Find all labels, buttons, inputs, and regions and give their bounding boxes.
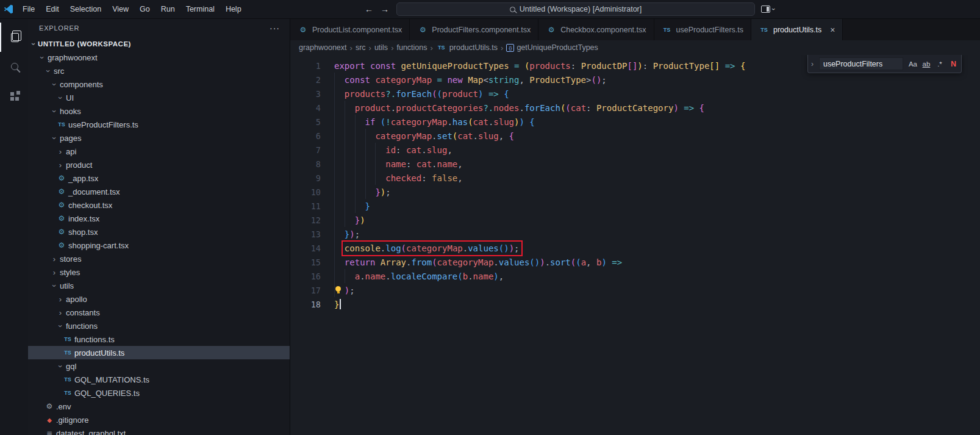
tree-item-ui[interactable]: ›UI <box>28 91 290 104</box>
chevron-right-icon: › <box>391 43 393 52</box>
activity-bar-extensions[interactable] <box>0 81 28 110</box>
tab-checkbox-component-tsx[interactable]: ⚙Checkbox.component.tsx <box>538 19 654 40</box>
regex-button[interactable]: .* <box>934 58 946 70</box>
code-line-2[interactable]: 2const categoryMap = new Map<string, Pro… <box>290 73 980 87</box>
menu-file[interactable]: File <box>17 0 40 18</box>
tree-item-gql[interactable]: ›gql <box>28 359 290 373</box>
typescript-icon: TS <box>436 45 447 51</box>
tree-item-styles[interactable]: ›styles <box>28 265 290 279</box>
code-token: ; <box>601 75 606 85</box>
tree-item-shopping-cart-tsx[interactable]: ⚙shopping-cart.tsx <box>28 239 290 252</box>
tree-item-utils[interactable]: ›utils <box>28 279 290 292</box>
indent-guide <box>355 157 365 171</box>
code-line-11[interactable]: 11} <box>290 199 980 213</box>
tab-useproductfilters-ts[interactable]: TSuseProductFilters.ts <box>654 19 751 40</box>
tree-item-app-tsx[interactable]: ⚙_app.tsx <box>28 171 290 185</box>
code-token: a <box>581 257 586 267</box>
tree-item-document-tsx[interactable]: ⚙_document.tsx <box>28 185 290 198</box>
code-line-10[interactable]: 10}); <box>290 185 980 199</box>
lightbulb-icon[interactable] <box>335 286 341 292</box>
tree-item-functions[interactable]: ›functions <box>28 319 290 333</box>
menu-go[interactable]: Go <box>134 0 156 18</box>
tab-productlist-component-tsx[interactable]: ⚙ProductList.component.tsx <box>290 19 410 40</box>
activity-bar-explorer[interactable] <box>0 23 28 52</box>
file-label: apollo <box>66 295 87 304</box>
code-token: cat <box>473 117 488 127</box>
tree-item-useproductfilters-ts[interactable]: TSuseProductFilters.ts <box>28 118 290 131</box>
match-case-button[interactable]: Aa <box>907 58 919 70</box>
tree-item-src[interactable]: ›src <box>28 64 290 77</box>
code-line-13[interactable]: 13}); <box>290 227 980 241</box>
code-line-4[interactable]: 4product.productCategories?.nodes.forEac… <box>290 101 980 115</box>
tree-item-api[interactable]: ›api <box>28 145 290 158</box>
editor[interactable]: › Aaab.* N 1export const getUniqueProduc… <box>290 55 980 435</box>
forward-arrow-button[interactable]: → <box>377 0 393 18</box>
menu-terminal[interactable]: Terminal <box>181 0 220 18</box>
back-arrow-button[interactable]: ← <box>361 0 377 18</box>
tree-item-graphwoonext[interactable]: ›graphwoonext <box>28 51 290 64</box>
find-collapse-chevron[interactable]: › <box>808 60 817 68</box>
tree-item-apollo[interactable]: ›apollo <box>28 292 290 306</box>
file-label: api <box>66 147 76 156</box>
menu-view[interactable]: View <box>107 0 134 18</box>
more-actions-button[interactable]: ··· <box>270 23 280 33</box>
workspace-section-header[interactable]: › UNTITLED (WORKSPACE) <box>28 37 290 51</box>
code-line-12[interactable]: 12}) <box>290 213 980 227</box>
tree-item-stores[interactable]: ›stores <box>28 252 290 265</box>
breadcrumb-item-functions[interactable]: functions <box>396 43 427 52</box>
code-line-3[interactable]: 3products?.forEach((product) => { <box>290 87 980 101</box>
explorer-icon <box>11 33 19 42</box>
code-line-8[interactable]: 8name: cat.name, <box>290 157 980 171</box>
tree-item-gitignore[interactable]: ◆.gitignore <box>28 413 290 426</box>
code-line-14[interactable]: 14console.log(categoryMap.values()); <box>290 241 980 255</box>
tree-item-datatest-graphql-txt[interactable]: ≡datatest_graphql.txt <box>28 426 290 435</box>
code-line-16[interactable]: 16a.name.localeCompare(b.name), <box>290 269 980 283</box>
tree-item-checkout-tsx[interactable]: ⚙checkout.tsx <box>28 198 290 212</box>
tree-item-hooks[interactable]: ›hooks <box>28 104 290 118</box>
tab-productutils-ts[interactable]: TSproductUtils.ts× <box>751 19 843 40</box>
menu-help[interactable]: Help <box>220 0 247 18</box>
code-line-6[interactable]: 6categoryMap.set(cat.slug, { <box>290 129 980 143</box>
breadcrumb-item-productutils-ts[interactable]: TSproductUtils.ts <box>436 43 498 52</box>
whole-word-button[interactable]: ab <box>920 58 932 70</box>
tree-item-env[interactable]: ⚙.env <box>28 400 290 413</box>
find-input[interactable] <box>819 57 903 70</box>
code-line-17[interactable]: 17); <box>290 283 980 297</box>
menu-edit[interactable]: Edit <box>40 0 65 18</box>
code-token: ) <box>509 243 514 253</box>
layout-toggle-button[interactable]: › <box>761 0 775 18</box>
menu-run[interactable]: Run <box>156 0 181 18</box>
code-line-5[interactable]: 5if (!categoryMap.has(cat.slug)) { <box>290 115 980 129</box>
breadcrumb-item-getuniqueproducttypes[interactable]: {}getUniqueProductTypes <box>506 43 598 52</box>
indent-guide <box>334 241 345 255</box>
line-content: const categoryMap = new Map<string, Prod… <box>334 73 607 87</box>
tree-item-gql-queries-ts[interactable]: TSGQL_QUERIES.ts <box>28 386 290 400</box>
menu-selection[interactable]: Selection <box>65 0 107 18</box>
breadcrumb-item-src[interactable]: src <box>356 43 366 52</box>
activity-bar-search[interactable] <box>0 52 28 81</box>
code-line-9[interactable]: 9checked: false, <box>290 171 980 185</box>
tree-item-components[interactable]: ›components <box>28 77 290 91</box>
code-token: . <box>463 243 468 253</box>
typescript-icon: TS <box>56 121 67 128</box>
tab-productfilters-component-tsx[interactable]: ⚙ProductFilters.component.tsx <box>410 19 538 40</box>
search-icon <box>510 7 515 12</box>
code-text: products?.forEach((product) => { <box>345 89 509 99</box>
window-search-box[interactable]: Untitled (Workspace) [Administrator] <box>396 2 755 16</box>
code-line-7[interactable]: 7id: cat.slug, <box>290 143 980 157</box>
tree-item-index-tsx[interactable]: ⚙index.tsx <box>28 212 290 225</box>
tree-item-shop-tsx[interactable]: ⚙shop.tsx <box>28 225 290 239</box>
tree-item-productutils-ts[interactable]: TSproductUtils.ts <box>28 346 290 359</box>
breadcrumb-item-utils[interactable]: utils <box>374 43 388 52</box>
code-line-18[interactable]: 18} <box>290 297 980 311</box>
breadcrumb-item-graphwoonext[interactable]: graphwoonext <box>299 43 347 52</box>
tree-item-constants[interactable]: ›constants <box>28 306 290 319</box>
line-content: }); <box>334 227 360 241</box>
close-icon[interactable]: × <box>830 25 835 35</box>
tree-item-pages[interactable]: ›pages <box>28 131 290 145</box>
code-line-15[interactable]: 15return Array.from(categoryMap.values()… <box>290 255 980 269</box>
tree-item-gql-mutations-ts[interactable]: TSGQL_MUTATIONS.ts <box>28 373 290 386</box>
tree-item-product[interactable]: ›product <box>28 158 290 171</box>
code-token: , <box>457 159 462 169</box>
tree-item-functions-ts[interactable]: TSfunctions.ts <box>28 333 290 346</box>
